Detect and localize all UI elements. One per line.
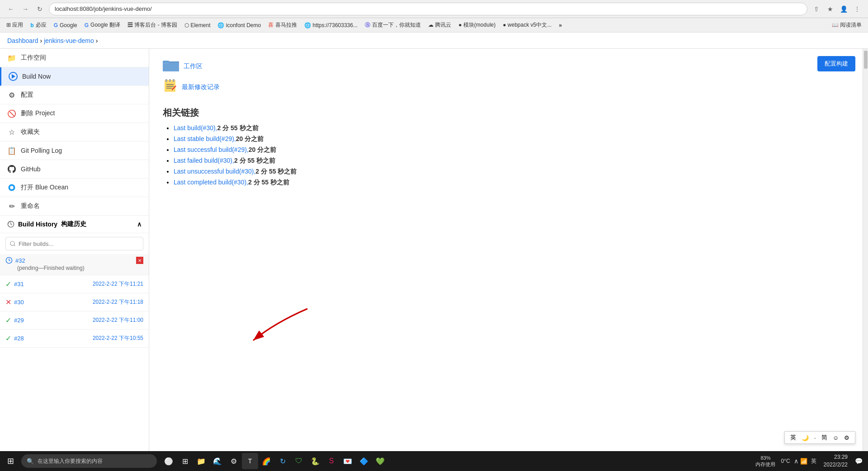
sidebar-item-git-polling[interactable]: 📋 Git Polling Log <box>0 141 149 160</box>
svg-point-2 <box>10 186 14 189</box>
share-button[interactable]: ⇧ <box>811 4 822 14</box>
build-29-time[interactable]: 2022-2-22 下午11:00 <box>93 316 143 324</box>
build-30-link[interactable]: ✕ #30 <box>5 298 24 306</box>
taskbar-vscode-icon[interactable]: 🔷 <box>356 453 372 469</box>
build-31-time[interactable]: 2022-2-22 下午11:21 <box>93 280 143 288</box>
ime-dot[interactable]: · <box>814 434 816 441</box>
build-28-status-icon: ✓ <box>5 334 11 343</box>
build-history-collapse[interactable]: ∧ <box>137 221 142 228</box>
bookmark-blog[interactable]: ☰ 博客后台 - 博客园 <box>125 20 180 30</box>
last-failed-build-link[interactable]: Last failed build(#30), <box>174 157 234 164</box>
sidebar-item-github[interactable]: GitHub <box>0 160 149 179</box>
taskbar-app7-icon[interactable]: 💚 <box>372 453 388 469</box>
taskbar-settings-icon[interactable]: ⚙ <box>226 453 242 469</box>
taskbar-app1-icon[interactable]: 🌈 <box>258 453 274 469</box>
forward-button[interactable]: → <box>20 4 31 14</box>
taskbar-app5-icon[interactable]: S <box>323 453 340 469</box>
breadcrumb-project[interactable]: jenkins-vue-demo <box>44 37 94 44</box>
sidebar-item-favorites[interactable]: ☆ 收藏夹 <box>0 123 149 141</box>
bookmark-ximalaya[interactable]: 喜 喜马拉推 <box>265 20 300 30</box>
scrollbar-thumb[interactable] <box>864 51 868 69</box>
profile-button[interactable]: 👤 <box>838 4 849 14</box>
build-32-link[interactable]: #32 <box>5 257 25 264</box>
refresh-button[interactable]: ↻ <box>34 4 45 14</box>
network-icon[interactable]: 📶 <box>800 458 807 465</box>
taskbar-search-bar[interactable]: 🔍 在这里输入你要搜索的内容 <box>21 454 157 468</box>
configure-build-button[interactable]: 配置构建 <box>817 56 855 71</box>
last-completed-build-link[interactable]: Last completed build(#30), <box>174 179 248 186</box>
language-indicator[interactable]: 英 <box>809 457 818 465</box>
bookmarks-more[interactable]: » <box>556 21 565 30</box>
build-28-link[interactable]: ✓ #28 <box>5 334 24 343</box>
taskbar-app2-icon[interactable]: ↻ <box>274 453 291 469</box>
build-28-num-link[interactable]: #28 <box>14 335 24 342</box>
bookmark-tencent[interactable]: ☁ 腾讯云 <box>425 20 454 30</box>
ime-moon[interactable]: 🌙 <box>802 434 809 441</box>
last-unsuccessful-build-link[interactable]: Last unsuccessful build(#30), <box>174 168 255 175</box>
right-scrollbar[interactable] <box>863 49 868 471</box>
ime-settings[interactable]: ⚙ <box>844 434 849 441</box>
build-history-title: Build History <box>18 221 57 228</box>
sidebar-item-build-now[interactable]: Build Now <box>0 67 149 86</box>
start-button[interactable]: ⊞ <box>4 454 18 468</box>
back-button[interactable]: ← <box>5 4 16 14</box>
build-29-link[interactable]: ✓ #29 <box>5 316 24 325</box>
bookmark-button[interactable]: ★ <box>825 4 835 14</box>
build-29-num-link[interactable]: #29 <box>14 317 24 324</box>
ime-simplified[interactable]: 简 <box>821 433 827 442</box>
related-link-item-5: Last unsuccessful build(#30),2 分 55 秒之前 <box>174 168 849 176</box>
taskbar-edge-icon[interactable]: 🌊 <box>209 453 226 469</box>
last-completed-time: 2 分 55 秒之前 <box>248 179 289 186</box>
caret-icon[interactable]: ∧ <box>794 457 798 465</box>
recent-changes-link[interactable]: 最新修改记录 <box>182 83 220 91</box>
build-30-num-link[interactable]: #30 <box>14 299 24 306</box>
build-30-time[interactable]: 2022-2-22 下午11:18 <box>93 298 143 306</box>
build-31-num-link[interactable]: #31 <box>14 281 24 287</box>
sidebar-item-blue-ocean[interactable]: 打开 Blue Ocean <box>0 179 149 197</box>
last-successful-build-link[interactable]: Last successful build(#29), <box>174 146 249 153</box>
bookmark-element[interactable]: ⬡ Element <box>182 21 213 30</box>
bookmark-translate[interactable]: G Google 翻译 <box>82 20 123 30</box>
notification-button[interactable]: 💬 <box>853 457 864 465</box>
workspace-link[interactable]: 工作区 <box>184 62 203 71</box>
taskbar-app6-icon[interactable]: 💌 <box>340 453 356 469</box>
browser-action-buttons: ⇧ ★ 👤 ⋮ <box>811 4 863 14</box>
taskbar-file-explorer-icon[interactable]: 📁 <box>193 453 209 469</box>
bookmark-apps[interactable]: ⊞ 应用 <box>4 20 26 30</box>
taskbar-clock[interactable]: 23:29 2022/2/22 <box>820 453 851 469</box>
ime-english[interactable]: 英 <box>790 433 796 442</box>
reading-list[interactable]: 📖 阅读清单 <box>829 20 864 30</box>
config-icon: ⚙ <box>7 90 16 99</box>
bookmark-webpack[interactable]: ● webpack v5中文... <box>500 20 554 30</box>
build-28-time[interactable]: 2022-2-22 下午10:55 <box>93 334 143 342</box>
bookmark-url1[interactable]: 🌐 https://73603336... <box>302 21 360 30</box>
cancel-build-32-button[interactable]: ✕ <box>136 257 143 264</box>
sidebar-item-config[interactable]: ⚙ 配置 <box>0 86 149 104</box>
bookmark-google[interactable]: G Google <box>51 21 80 30</box>
last-build-link[interactable]: Last build(#30), <box>174 124 217 132</box>
address-bar[interactable]: localhost:8080/job/jenkins-vue-demo/ <box>49 3 807 15</box>
bookmark-iconfont[interactable]: 🌐 iconfont Demo <box>215 21 264 30</box>
sidebar-item-delete-project[interactable]: 🚫 删除 Project <box>0 104 149 123</box>
bookmark-module[interactable]: ● 模块(module) <box>456 20 498 30</box>
sidebar-item-rename[interactable]: ✏ 重命名 <box>0 197 149 216</box>
breadcrumb-dashboard[interactable]: Dashboard <box>7 37 38 44</box>
menu-button[interactable]: ⋮ <box>852 4 863 14</box>
ime-emoji[interactable]: ☺ <box>833 434 839 441</box>
sidebar-item-workspace[interactable]: 📁 工作空间 <box>0 49 149 67</box>
url-text: localhost:8080/job/jenkins-vue-demo/ <box>55 5 152 12</box>
build-31-link[interactable]: ✓ #31 <box>5 280 24 288</box>
last-stable-build-link[interactable]: Last stable build(#29), <box>174 135 236 142</box>
taskbar-task-view-icon[interactable]: ⊞ <box>177 453 193 469</box>
memory-pct: 83% <box>755 455 775 461</box>
taskbar-cortana-icon[interactable]: ⚪ <box>160 453 177 469</box>
bookmark-baidu[interactable]: Ⓑ 百度一下，你就知道 <box>362 20 424 30</box>
taskbar-typora-icon[interactable]: T <box>242 453 258 469</box>
filter-builds-input[interactable] <box>5 237 143 250</box>
taskbar-app3-icon[interactable]: 🛡 <box>291 453 307 469</box>
build-history-title-zh: 构建历史 <box>61 220 86 228</box>
bookmark-bing[interactable]: b 必应 <box>28 20 49 30</box>
taskbar-app4-icon[interactable]: 🐍 <box>307 453 323 469</box>
temperature: 0°C <box>779 458 792 464</box>
build-item-29: ✓ #29 2022-2-22 下午11:00 <box>0 311 149 330</box>
